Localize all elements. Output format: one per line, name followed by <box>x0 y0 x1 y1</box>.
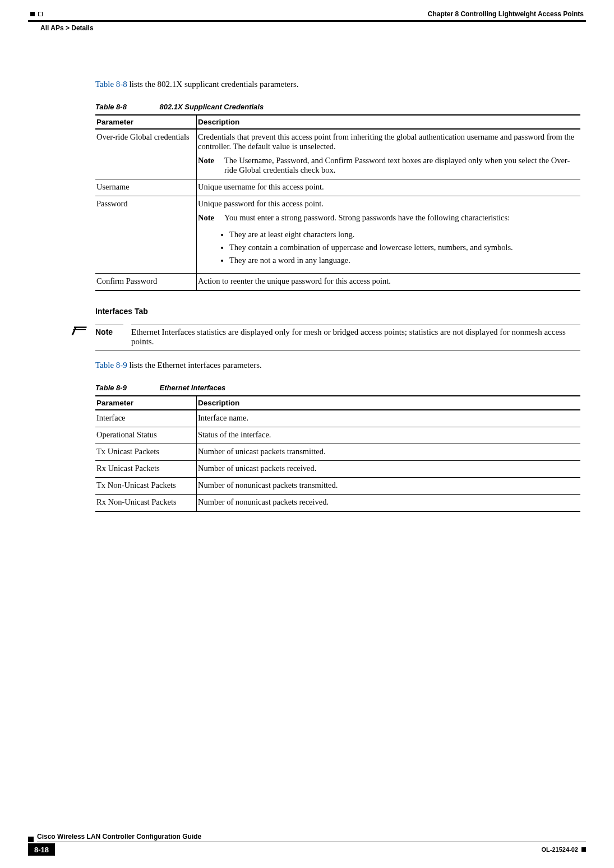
param-cell: Tx Unicast Packets <box>95 444 197 461</box>
intro-text-1-rest: lists the 802.1X supplicant credentials … <box>127 80 299 89</box>
footer-square-icon <box>581 847 586 852</box>
table-8-9-title: Ethernet Interfaces <box>160 384 226 392</box>
header-square-icon <box>30 12 35 16</box>
col-description: Description <box>197 396 581 410</box>
param-cell: Password <box>95 196 197 274</box>
list-item: They are not a word in any language. <box>229 254 576 267</box>
inline-note-label: Note <box>198 156 214 175</box>
param-cell: Over-ride Global credentials <box>95 129 197 179</box>
table-8-9-label: Table 8-9 <box>95 384 127 392</box>
main-content: Table 8-8 lists the 802.1X supplicant cr… <box>95 32 580 512</box>
table-row: Tx Non-Unicast PacketsNumber of nonunica… <box>95 478 580 495</box>
chapter-title: Chapter 8 Controlling Lightweight Access… <box>428 10 584 18</box>
table-row: Over-ride Global credentials Credentials… <box>95 129 580 179</box>
col-parameter: Parameter <box>95 396 197 410</box>
param-cell: Operational Status <box>95 427 197 444</box>
intro-text-2-rest: lists the Ethernet interfaces parameters… <box>127 361 262 370</box>
page-header: Chapter 8 Controlling Lightweight Access… <box>28 10 586 20</box>
param-cell: Interface <box>95 410 197 427</box>
table-8-8-caption: Table 8-8 802.1X Supplicant Credentials <box>95 103 580 111</box>
page-footer: Cisco Wireless LAN Controller Configurat… <box>0 833 614 856</box>
page-number: 8-18 <box>28 843 55 856</box>
inline-note-label: Note <box>198 213 214 223</box>
desc-cell: Unique password for this access point. N… <box>197 196 581 274</box>
desc-cell: Number of unicast packets transmitted. <box>197 444 581 461</box>
list-item: They are at least eight characters long. <box>229 228 576 241</box>
param-cell: Rx Non-Unicast Packets <box>95 495 197 512</box>
table-8-9: Parameter Description InterfaceInterface… <box>95 395 580 512</box>
header-rule <box>28 20 586 22</box>
desc-cell: Status of the interface. <box>197 427 581 444</box>
table-row: Username Unique username for this access… <box>95 179 580 196</box>
table-row: Password Unique password for this access… <box>95 196 580 274</box>
inline-note-text: The Username, Password, and Confirm Pass… <box>224 156 576 175</box>
table-8-8-title: 802.1X Supplicant Credentials <box>160 103 264 111</box>
desc-text: Unique password for this access point. <box>198 199 576 209</box>
interfaces-tab-heading: Interfaces Tab <box>95 307 580 316</box>
footer-guide-title: Cisco Wireless LAN Controller Configurat… <box>37 833 586 842</box>
note-label: Note <box>95 325 123 336</box>
param-cell: Confirm Password <box>95 274 197 291</box>
doc-id-text: OL-21524-02 <box>542 846 578 853</box>
table-8-9-link[interactable]: Table 8-9 <box>95 361 127 370</box>
svg-rect-1 <box>74 327 87 328</box>
header-square-outline-icon <box>38 12 43 16</box>
desc-cell: Credentials that prevent this access poi… <box>197 129 581 179</box>
table-8-9-caption: Table 8-9 Ethernet Interfaces <box>95 384 580 392</box>
svg-marker-0 <box>72 327 77 335</box>
footer-square-icon <box>28 837 34 842</box>
table-8-8-link[interactable]: Table 8-8 <box>95 80 127 89</box>
param-cell: Tx Non-Unicast Packets <box>95 478 197 495</box>
doc-id: OL-21524-02 <box>542 843 586 856</box>
note-underline <box>95 350 580 350</box>
desc-cell: Action to reenter the unique password fo… <box>197 274 581 291</box>
table-row: Rx Non-Unicast PacketsNumber of nonunica… <box>95 495 580 512</box>
table-8-8-label: Table 8-8 <box>95 103 127 111</box>
footer-rule <box>37 842 586 842</box>
col-parameter: Parameter <box>95 115 197 129</box>
intro-text-1: Table 8-8 lists the 802.1X supplicant cr… <box>95 80 580 89</box>
note-block: Note Ethernet Interfaces statistics are … <box>56 325 580 350</box>
table-row: InterfaceInterface name. <box>95 410 580 427</box>
note-text: Ethernet Interfaces statistics are displ… <box>131 325 580 347</box>
note-pencil-icon <box>56 325 87 338</box>
breadcrumb: All APs > Details <box>28 23 586 32</box>
password-bullets: They are at least eight characters long.… <box>198 228 576 267</box>
col-description: Description <box>197 115 581 129</box>
table-8-8: Parameter Description Over-ride Global c… <box>95 114 580 291</box>
desc-cell: Unique username for this access point. <box>197 179 581 196</box>
table-row: Confirm Password Action to reenter the u… <box>95 274 580 291</box>
desc-cell: Interface name. <box>197 410 581 427</box>
desc-cell: Number of nonunicast packets received. <box>197 495 581 512</box>
list-item: They contain a combination of uppercase … <box>229 241 576 254</box>
table-row: Rx Unicast PacketsNumber of unicast pack… <box>95 461 580 478</box>
svg-rect-2 <box>73 329 86 330</box>
table-row: Tx Unicast PacketsNumber of unicast pack… <box>95 444 580 461</box>
desc-cell: Number of nonunicast packets transmitted… <box>197 478 581 495</box>
desc-text: Credentials that prevent this access poi… <box>198 132 576 151</box>
param-cell: Username <box>95 179 197 196</box>
inline-note-text: You must enter a strong password. Strong… <box>224 213 576 223</box>
desc-cell: Number of unicast packets received. <box>197 461 581 478</box>
param-cell: Rx Unicast Packets <box>95 461 197 478</box>
table-row: Operational StatusStatus of the interfac… <box>95 427 580 444</box>
intro-text-2: Table 8-9 lists the Ethernet interfaces … <box>95 361 580 370</box>
